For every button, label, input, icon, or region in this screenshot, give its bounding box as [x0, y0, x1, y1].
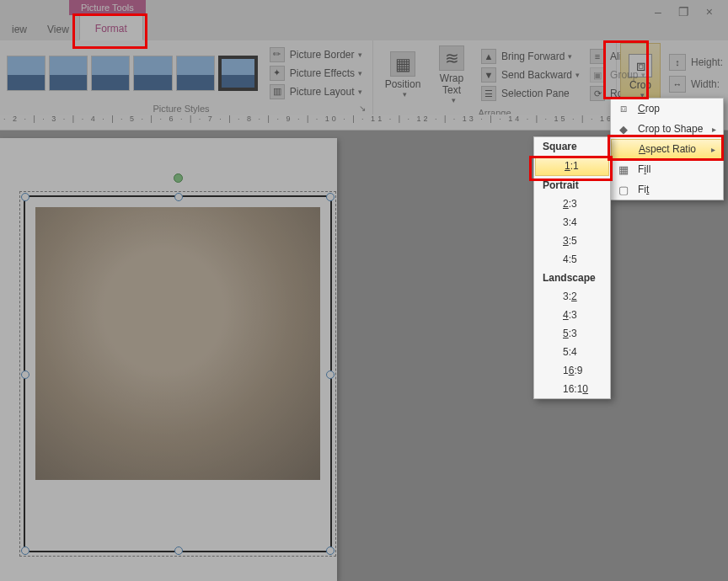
ratio-2-3[interactable]: 2:3 [534, 195, 610, 213]
ratio-4-5[interactable]: 4:5 [534, 250, 610, 269]
crop-menu-fit[interactable]: ▢Fit [611, 179, 723, 200]
crop-menu: ⧈Crop ◆Crop to Shape▸ Aspect Ratio▸ ▦Fil… [610, 98, 724, 200]
ratio-4-3[interactable]: 4:3 [534, 306, 610, 324]
fit-icon: ▢ [616, 182, 631, 197]
ratio-3-4[interactable]: 3:4 [534, 213, 610, 232]
crop-menu-crop-to-shape[interactable]: ◆Crop to Shape▸ [611, 119, 723, 139]
ratio-16-9[interactable]: 16:9 [534, 361, 610, 380]
crop-menu-crop[interactable]: ⧈Crop [611, 99, 723, 119]
shape-icon: ◆ [616, 121, 631, 136]
ratio-1-1[interactable]: 1:1 [535, 156, 609, 176]
ratio-header-landscape: Landscape [534, 269, 610, 287]
ratio-5-3[interactable]: 5:3 [534, 324, 610, 343]
aspect-ratio-menu: Square 1:1 Portrait 2:3 3:4 3:5 4:5 Land… [533, 136, 611, 399]
ratio-3-5[interactable]: 3:5 [534, 232, 610, 250]
ratio-16-10[interactable]: 16:10 [534, 380, 610, 398]
fill-icon: ▦ [616, 162, 631, 177]
ratio-header-portrait: Portrait [534, 176, 610, 195]
crop-menu-aspect-ratio[interactable]: Aspect Ratio▸ [611, 139, 723, 159]
crop-menu-fill[interactable]: ▦Fill [611, 159, 723, 179]
ratio-3-2[interactable]: 3:2 [534, 287, 610, 306]
crop-icon: ⧈ [616, 101, 631, 116]
ratio-header-square: Square [534, 137, 610, 156]
ratio-5-4[interactable]: 5:4 [534, 343, 610, 361]
